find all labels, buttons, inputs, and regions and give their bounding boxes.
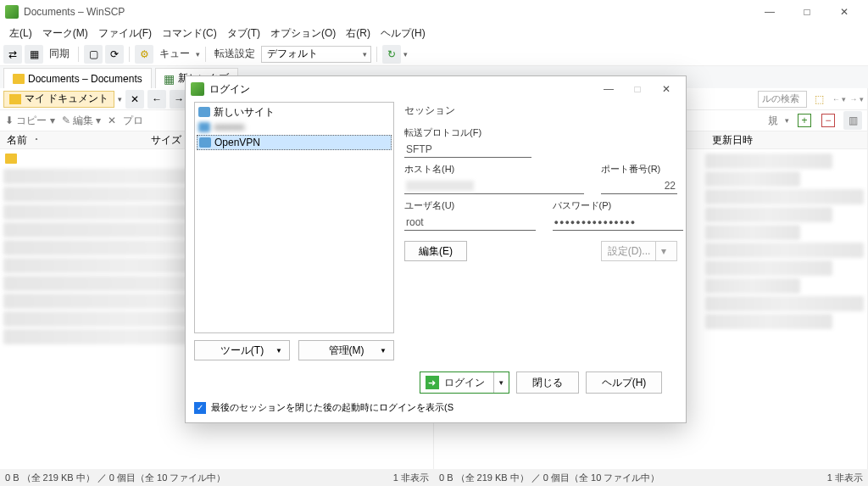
tools-button[interactable]: ツール(T): [194, 340, 290, 360]
plus-sq-icon[interactable]: +: [798, 114, 811, 127]
checkbox-label: 最後のセッションを閉じた後の起動時にログインを表示(S: [211, 401, 453, 414]
checkbox-checked-icon[interactable]: ✓: [194, 402, 206, 414]
tb-btn2[interactable]: ▦: [25, 45, 43, 64]
dialog-maximize-button[interactable]: □: [623, 77, 652, 101]
protocol-label: 転送プロトコル(F): [404, 126, 677, 139]
filter-icon[interactable]: ▥: [843, 111, 862, 130]
site-openvpn[interactable]: OpenVPN: [197, 135, 392, 150]
dialog-help-btn[interactable]: ヘルプ(H): [586, 371, 663, 394]
menu-file[interactable]: ファイル(F): [94, 25, 156, 42]
tb-queue-dd[interactable]: ▾: [196, 50, 200, 59]
status-right: 0 B （全 219 KB 中） ／ 0 個目（全 10 ファイル中） 1 非表…: [434, 469, 868, 486]
tb-sync-label: 同期: [46, 47, 73, 61]
list-item[interactable]: [705, 189, 864, 204]
host-blurred: [406, 181, 474, 191]
login-button[interactable]: ➜ ログイン ▼: [420, 371, 509, 394]
pass-label: パスワード(P): [553, 199, 684, 212]
site-hidden[interactable]: ■■■■■: [197, 120, 392, 135]
search-input[interactable]: ルの検索: [758, 91, 807, 108]
menu-tab[interactable]: タブ(T): [223, 25, 264, 42]
close-button[interactable]: ✕: [826, 0, 863, 24]
menu-left[interactable]: 左(L): [5, 25, 36, 42]
dialog-left-buttons: ツール(T) 管理(M): [194, 340, 394, 364]
tb-refresh-icon[interactable]: ↻: [382, 45, 401, 64]
statusbar: 0 B （全 219 KB 中） ／ 0 個目（全 10 ファイル中） 1 非表…: [0, 469, 868, 486]
list-item[interactable]: [705, 243, 864, 258]
edit-button[interactable]: 編集(E): [404, 241, 467, 261]
login-dropdown[interactable]: ▼: [493, 372, 509, 393]
site-new[interactable]: 新しいサイト: [197, 104, 392, 120]
col-update[interactable]: 更新日時: [705, 133, 760, 148]
main-titlebar: Documents – WinSCP — □ ✕: [0, 0, 868, 24]
crumb-text: マイ ドキュメント: [25, 92, 108, 106]
maximize-button[interactable]: □: [788, 0, 826, 24]
tb-refresh-dd[interactable]: ▾: [403, 50, 408, 59]
list-item[interactable]: [705, 314, 832, 329]
dialog-close-btn[interactable]: 閉じる: [516, 371, 579, 394]
dialog-close-button[interactable]: ✕: [652, 77, 681, 101]
pro-btn[interactable]: プロ: [123, 114, 143, 128]
nav-back-icon[interactable]: ←: [147, 90, 166, 109]
list-item[interactable]: [705, 260, 832, 276]
list-item[interactable]: [705, 207, 832, 222]
tb-sync-icon[interactable]: ⇄: [3, 45, 22, 64]
separator: [376, 47, 377, 62]
list-item[interactable]: [705, 296, 864, 311]
plus-icon: ▦: [164, 74, 175, 84]
nav-fwd-r[interactable]: → ▾: [849, 95, 864, 103]
list-item[interactable]: [705, 171, 800, 187]
tb-transfer-combo[interactable]: デフォルト: [261, 46, 371, 63]
copy-btn[interactable]: ⬇ コピー ▾: [5, 114, 55, 128]
app-icon: [5, 5, 19, 19]
menu-option[interactable]: オプション(O): [266, 25, 340, 42]
manage-button[interactable]: 管理(M): [298, 340, 394, 360]
pass-field: [553, 214, 684, 231]
list-item[interactable]: [705, 278, 800, 293]
tb-btn3[interactable]: ▢: [84, 45, 103, 64]
col-name[interactable]: 名前 ˄: [0, 133, 144, 148]
dialog-edit-row: 編集(E) 設定(D)... ▾: [404, 241, 677, 261]
minus-sq-icon[interactable]: −: [821, 114, 835, 127]
status-right-hidden: 1 非表示: [827, 472, 863, 484]
login-label: ログイン: [444, 376, 485, 390]
list-item[interactable]: [705, 154, 832, 169]
tb-gear-icon[interactable]: ⚙: [135, 45, 153, 64]
list-item[interactable]: [705, 225, 800, 240]
nav-back-r[interactable]: ← ▾: [832, 95, 847, 103]
folder-icon: [13, 74, 25, 84]
nav-btn-r1[interactable]: ⬚: [810, 90, 829, 109]
tab-label: Documents – Documents: [28, 73, 142, 85]
menu-right[interactable]: 右(R): [342, 25, 375, 42]
crumb-dd[interactable]: ▾: [118, 95, 122, 103]
edit-btn[interactable]: ✎ 編集 ▾: [62, 114, 102, 128]
tb-btn4[interactable]: ⟳: [105, 45, 124, 64]
show-login-checkbox-row: ✓ 最後のセッションを閉じた後の起動時にログインを表示(S: [186, 401, 686, 422]
menu-mark[interactable]: マーク(M): [38, 25, 92, 42]
menu-command[interactable]: コマンド(C): [158, 25, 221, 42]
monitor-icon: [199, 137, 211, 148]
col-size[interactable]: サイズ: [144, 133, 188, 148]
minimize-button[interactable]: —: [751, 0, 788, 24]
separator: [78, 47, 79, 62]
tab-documents[interactable]: Documents – Documents: [3, 68, 152, 88]
menubar: 左(L) マーク(M) ファイル(F) コマンド(C) タブ(T) オプション(…: [0, 24, 868, 42]
del-btn[interactable]: ✕: [108, 115, 116, 126]
newview-btn[interactable]: 規: [768, 114, 778, 128]
settings-button: 設定(D)... ▾: [601, 241, 677, 261]
separator: [205, 47, 206, 62]
site-openvpn-label: OpenVPN: [214, 137, 260, 148]
menu-help[interactable]: ヘルプ(H): [376, 25, 430, 42]
site-list[interactable]: 新しいサイト ■■■■■ OpenVPN: [194, 102, 394, 333]
chevron-down-icon[interactable]: ▾: [655, 242, 670, 260]
login-arrow-icon: ➜: [426, 376, 439, 389]
dialog-body: 新しいサイト ■■■■■ OpenVPN ツール(T) 管理(M) セッション …: [186, 102, 686, 364]
port-field: 22: [601, 177, 677, 194]
status-left: 0 B （全 219 KB 中） ／ 0 個目（全 10 ファイル中） 1 非表…: [0, 469, 434, 486]
dialog-app-icon: [191, 82, 204, 96]
port-label: ポート番号(R): [601, 163, 677, 176]
tb-queue-label: キュー: [156, 47, 193, 61]
separator: [129, 47, 130, 62]
dialog-minimize-button[interactable]: —: [594, 77, 623, 101]
left-crumb[interactable]: マイ ドキュメント: [3, 91, 114, 108]
nav-btn[interactable]: ✕: [125, 90, 144, 109]
